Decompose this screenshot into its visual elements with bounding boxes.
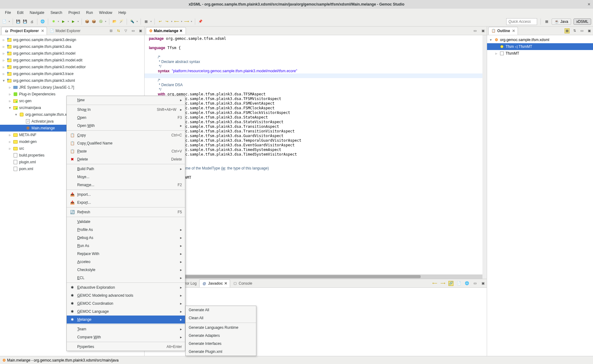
maximize-icon[interactable]: ▣: [138, 28, 143, 33]
tab-close-icon[interactable]: ✕: [41, 29, 44, 33]
context-menu-item[interactable]: Team▸: [67, 325, 185, 333]
editor-scrollbar-h[interactable]: [145, 274, 482, 279]
menu-window[interactable]: Window: [96, 10, 116, 15]
context-menu-item[interactable]: Generate Languages Runtime: [186, 324, 256, 332]
context-menu-item[interactable]: PropertiesAlt+Enter: [67, 343, 185, 351]
editor-tab-main-melange[interactable]: ⚙ Main.melange ✕: [146, 27, 186, 34]
tree-toggle-icon[interactable]: ▹: [8, 133, 12, 137]
tab-outline[interactable]: 📋 Outline ✕: [488, 27, 518, 35]
menu-navigate[interactable]: Navigate: [27, 10, 47, 15]
collapse-all-icon[interactable]: ⊟: [108, 28, 113, 33]
open-perspective-icon[interactable]: ▦: [544, 19, 549, 24]
new-icon[interactable]: 📄: [2, 19, 7, 24]
tree-toggle-icon[interactable]: ▹: [2, 58, 6, 62]
menu-edit[interactable]: Edit: [14, 10, 27, 15]
context-menu-item[interactable]: 📋PasteCtrl+V: [67, 147, 185, 155]
javadoc-browser-icon[interactable]: 🌐: [465, 281, 469, 286]
tab-close-icon[interactable]: ✕: [224, 281, 227, 286]
nav-fwd-icon[interactable]: ↪: [164, 19, 169, 24]
coverage-icon[interactable]: ▶: [71, 19, 76, 24]
bottom-maximize-icon[interactable]: ▣: [481, 281, 486, 286]
tree-toggle-icon[interactable]: ▹: [2, 72, 6, 76]
window-close-button[interactable]: ✕: [587, 2, 591, 6]
outline-mode2-icon[interactable]: ⇅: [572, 28, 577, 33]
tree-item[interactable]: ▹JRE System Library [JavaSE-1.7]: [0, 84, 144, 91]
editor-maximize-icon[interactable]: ▣: [481, 28, 486, 33]
tree-toggle-icon[interactable]: ▹: [2, 38, 6, 42]
nav-back-icon[interactable]: ↩: [158, 19, 162, 24]
context-menu-item[interactable]: Generate Plugin.xml: [186, 348, 256, 356]
menu-help[interactable]: Help: [116, 10, 129, 15]
context-submenu-melange[interactable]: Generate AllClean AllGenerate Languages …: [185, 306, 256, 356]
outline-item[interactable]: ▾⚙org.gemoc.sample.tfsm.xdsml: [487, 36, 593, 43]
context-menu-item[interactable]: Generate All: [186, 306, 256, 314]
tree-toggle-icon[interactable]: ▹: [8, 140, 12, 144]
context-menu-item[interactable]: ✱GEMOC Coordination▸: [67, 299, 185, 308]
tab-console[interactable]: ▢Console: [230, 280, 255, 287]
tab-project-explorer[interactable]: 🗂 Project Explorer ✕: [1, 27, 47, 35]
context-menu-item[interactable]: ✱GEMOC Modeling advanced tools▸: [67, 291, 185, 299]
context-menu-item[interactable]: 📥Import...: [67, 190, 185, 199]
save-icon[interactable]: 💾: [16, 19, 21, 24]
perspective-java[interactable]: ☕Java: [552, 19, 571, 25]
menu-search[interactable]: Search: [47, 10, 65, 15]
link-editor-icon[interactable]: ⇆: [116, 28, 121, 33]
context-menu-item[interactable]: Compare With▸: [67, 333, 185, 341]
save-all-icon[interactable]: 💾: [23, 19, 27, 24]
outline-mode1-icon[interactable]: ▦: [565, 28, 570, 33]
context-menu-item[interactable]: ✱Melange▸: [67, 316, 185, 324]
tab-model-explorer[interactable]: 📄 Model Explorer: [47, 27, 83, 35]
context-menu[interactable]: New▸Show InShift+Alt+W▸OpenF3Open With▸📋…: [66, 96, 185, 351]
context-menu-item[interactable]: Run As▸: [67, 242, 185, 250]
tree-item[interactable]: ▹org.gemoc.sample.tfsm.plaink3.design: [0, 36, 144, 43]
tree-toggle-icon[interactable]: ▹: [2, 51, 6, 56]
tree-toggle-icon[interactable]: ▹: [8, 99, 12, 103]
context-menu-item[interactable]: Clean All: [186, 314, 256, 322]
outline-toggle-icon[interactable]: ▹: [494, 51, 498, 56]
javadoc-link-icon[interactable]: 🔗: [448, 281, 453, 286]
outline-body[interactable]: ▾⚙org.gemoc.sample.tfsm.xdsmlTfsm ◁ Tfsm…: [487, 35, 593, 356]
new-class-icon[interactable]: 📦: [91, 19, 96, 24]
nav-prev-icon[interactable]: ⟵: [174, 19, 179, 24]
tree-toggle-icon[interactable]: ▹: [8, 146, 12, 151]
context-menu-item[interactable]: Open With▸: [67, 122, 185, 130]
context-menu-item[interactable]: Generate Adapters: [186, 332, 256, 340]
tab-close-icon[interactable]: ✕: [512, 29, 515, 33]
context-menu-item[interactable]: Acceleo▸: [67, 258, 185, 266]
open-task-icon[interactable]: 📂: [112, 19, 117, 24]
context-menu-item[interactable]: OpenF3: [67, 114, 185, 122]
tree-item[interactable]: ▹org.gemoc.sample.tfsm.plaink3.trace: [0, 70, 144, 77]
pin-icon[interactable]: 📌: [198, 19, 203, 24]
menu-project[interactable]: Project: [65, 10, 83, 15]
javadoc-open-icon[interactable]: 📄: [456, 281, 461, 286]
print-icon[interactable]: 🖨: [29, 19, 34, 24]
context-menu-item[interactable]: Debug As▸: [67, 234, 185, 242]
context-menu-item[interactable]: Replace With▸: [67, 250, 185, 258]
context-menu-item[interactable]: 📤Export...: [67, 199, 185, 207]
tree-toggle-icon[interactable]: ▹: [8, 85, 12, 90]
context-menu-item[interactable]: Show InShift+Alt+W▸: [67, 106, 185, 114]
new-type-icon[interactable]: Ⓖ: [98, 19, 103, 24]
minimize-icon[interactable]: ▭: [131, 28, 136, 33]
context-menu-item[interactable]: Validate: [67, 218, 185, 226]
editor-tab-close-icon[interactable]: ✕: [179, 29, 183, 33]
context-menu-item[interactable]: Generate Interfaces: [186, 340, 256, 348]
tree-item[interactable]: ▾org.gemoc.sample.tfsm.plaink3.xdsml: [0, 77, 144, 84]
context-menu-item[interactable]: 📋Copy Qualified Name: [67, 139, 185, 147]
context-menu-item[interactable]: ✖DeleteDelete: [67, 155, 185, 163]
tree-toggle-icon[interactable]: ▹: [8, 92, 12, 96]
tree-item[interactable]: ▹org.gemoc.sample.tfsm.plaink3.model: [0, 50, 144, 57]
search-icon[interactable]: 🔦: [130, 19, 135, 24]
nav-next-icon[interactable]: ⟶: [184, 19, 189, 24]
wand-icon[interactable]: 🪄: [119, 19, 124, 24]
tree-item[interactable]: ▹org.gemoc.sample.tfsm.plaink3.model.edi…: [0, 64, 144, 70]
tree-item[interactable]: ▹org.gemoc.sample.tfsm.plaink3.model.edi…: [0, 57, 144, 64]
context-menu-item[interactable]: Rename...F2: [67, 181, 185, 189]
new-pkg-icon[interactable]: 📦: [85, 19, 90, 24]
context-menu-item[interactable]: ECL▸: [67, 274, 185, 282]
run-icon[interactable]: ▶: [61, 19, 66, 24]
debug-icon[interactable]: ✱: [51, 19, 56, 24]
javadoc-back-icon[interactable]: ⟵: [432, 281, 437, 286]
javadoc-fwd-icon[interactable]: ⟶: [440, 281, 445, 286]
tree-toggle-icon[interactable]: ▾: [14, 112, 18, 117]
